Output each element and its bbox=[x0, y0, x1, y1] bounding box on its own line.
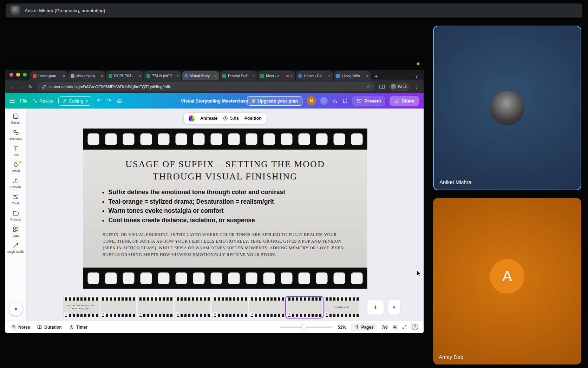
notes-button[interactable]: Notes bbox=[11, 324, 30, 330]
sidebar-item-uploads[interactable]: Uploads bbox=[6, 175, 26, 191]
slide-bullet-list[interactable]: Suffix defines the emotional tone throug… bbox=[109, 188, 348, 225]
resize-button[interactable]: Resize bbox=[32, 98, 53, 104]
page-thumbnail-6[interactable]: 6 bbox=[249, 297, 285, 317]
participant-tile-amey[interactable]: A Amey Deo bbox=[433, 198, 581, 364]
resize-icon bbox=[32, 98, 37, 103]
sidebar-item-brand[interactable]: Brand bbox=[6, 159, 26, 175]
design-title[interactable]: Visual Storytelling Masterclass bbox=[181, 98, 248, 104]
insights-chart-icon[interactable] bbox=[332, 98, 338, 104]
zoom-slider-handle[interactable] bbox=[301, 325, 306, 329]
bookmark-star-icon[interactable]: ☆ bbox=[366, 84, 371, 90]
tab-close-icon[interactable]: × bbox=[253, 74, 255, 78]
back-icon[interactable]: ← bbox=[9, 84, 15, 90]
browser-tab[interactable]: 774 N (NCP × bbox=[144, 71, 181, 80]
tab-search-chevron-icon[interactable]: ∨ bbox=[415, 74, 421, 80]
upgrade-plan-button[interactable]: ♛ Upgrade your plan bbox=[247, 96, 303, 106]
tab-close-icon[interactable]: × bbox=[366, 74, 368, 78]
side-panel-icon[interactable] bbox=[379, 84, 385, 90]
page-thumbnail-1[interactable]: VISUAL STORYTELLING MASTERCLASS 1 bbox=[63, 297, 99, 317]
design-icon bbox=[12, 113, 19, 120]
new-tab-button[interactable]: + bbox=[372, 71, 381, 80]
canva-editor-body: Design Elements Text Brand bbox=[5, 109, 424, 321]
color-picker-icon[interactable] bbox=[189, 116, 195, 121]
maximize-window-button[interactable] bbox=[23, 73, 27, 77]
browser-tab[interactable]: Prompt Suff × bbox=[220, 71, 257, 80]
comments-icon[interactable] bbox=[342, 98, 348, 104]
present-button[interactable]: Present bbox=[352, 96, 385, 106]
browser-toolbar: ← → ↻ canva.com/design/DAGrcOE008I/iRYWR… bbox=[5, 80, 424, 93]
add-page-button[interactable]: + bbox=[367, 300, 384, 315]
brand-icon bbox=[12, 161, 19, 168]
browser-tab[interactable]: Living With × bbox=[334, 71, 371, 80]
browser-tab[interactable]: Meet - n × bbox=[258, 71, 295, 80]
timing-duration-button[interactable]: 5.0s bbox=[223, 116, 239, 121]
zoom-level: 52% bbox=[338, 325, 346, 330]
site-settings-icon[interactable] bbox=[41, 85, 47, 89]
page-thumbnail-3[interactable]: 3 bbox=[138, 297, 173, 317]
tab-close-icon[interactable]: × bbox=[63, 74, 65, 78]
participant-avatar-initial: A bbox=[490, 259, 524, 294]
sidebar-item-text[interactable]: Text bbox=[6, 143, 26, 159]
user-avatar[interactable]: N bbox=[307, 96, 316, 105]
page-number-badge: 2 bbox=[102, 312, 105, 316]
participant-tile-aniket[interactable]: Aniket Mishra bbox=[433, 26, 581, 190]
file-menu-button[interactable]: File bbox=[20, 98, 27, 104]
tab-close-icon[interactable]: × bbox=[215, 74, 217, 78]
tab-close-icon[interactable]: × bbox=[290, 74, 293, 78]
browser-tab[interactable]: RCPI1763 - × bbox=[106, 71, 143, 80]
forward-icon[interactable]: → bbox=[19, 84, 24, 90]
page-thumbnail-5[interactable]: 5 bbox=[212, 297, 248, 317]
position-button[interactable]: Position bbox=[244, 116, 262, 121]
collapse-thumbnails-button[interactable]: ∨ bbox=[388, 300, 400, 315]
page-thumbnail-4[interactable]: 4 bbox=[175, 297, 210, 317]
browser-tab[interactable]: ! core-grou × bbox=[30, 71, 67, 80]
fullscreen-icon[interactable] bbox=[402, 324, 407, 330]
mouse-cursor bbox=[416, 270, 422, 277]
canva-icon bbox=[298, 74, 302, 78]
close-window-button[interactable] bbox=[9, 73, 13, 77]
browser-tab-active[interactable]: Visual Story × bbox=[182, 71, 219, 80]
presenter-banner-text: Aniket Mishra (Presenting, annotating) bbox=[25, 8, 105, 13]
tab-close-icon[interactable]: × bbox=[139, 74, 141, 78]
grid-view-icon[interactable]: ⊞ bbox=[392, 324, 397, 330]
sheets-icon bbox=[146, 74, 150, 78]
slide-body-text[interactable]: SUFFIX–OR VISUAL FINISHING–IS THE LAYER … bbox=[103, 231, 345, 258]
sidebar-item-design[interactable]: Design bbox=[6, 111, 26, 127]
sidebar-item-projects[interactable]: Projects bbox=[6, 208, 26, 224]
page-thumbnail-7-selected[interactable]: 7 bbox=[287, 297, 322, 317]
browser-tab[interactable]: about:blank × bbox=[68, 71, 105, 80]
page-thumbnail-2[interactable]: 2 bbox=[100, 297, 136, 317]
refresh-icon[interactable]: ↻ bbox=[28, 84, 33, 90]
undo-button[interactable]: ↶ bbox=[97, 98, 102, 104]
slide-title[interactable]: USAGE OF SUFFIX – SETTING THE MOOD THROU… bbox=[103, 158, 348, 183]
help-button[interactable]: ? bbox=[412, 324, 418, 330]
sidebar-item-elements[interactable]: Elements bbox=[6, 127, 26, 143]
share-button[interactable]: Share bbox=[390, 96, 419, 106]
sidebar-item-magic-media[interactable]: Magic Media bbox=[6, 240, 26, 256]
sidebar-item-tools[interactable]: Tools bbox=[6, 191, 26, 208]
animate-button[interactable]: Animate bbox=[200, 116, 217, 121]
duration-button[interactable]: Duration bbox=[37, 324, 61, 330]
uploads-icon bbox=[12, 177, 19, 184]
editing-mode-dropdown[interactable]: Editing ∨ bbox=[58, 96, 92, 106]
menu-hamburger-icon[interactable] bbox=[9, 99, 15, 103]
zoom-slider[interactable] bbox=[280, 327, 333, 328]
notification-dot bbox=[417, 63, 419, 65]
pages-view-button[interactable]: Pages bbox=[351, 323, 377, 331]
tab-close-icon[interactable]: × bbox=[328, 74, 331, 78]
invite-member-button[interactable]: + bbox=[320, 97, 328, 105]
slide-page-7[interactable]: USAGE OF SUFFIX – SETTING THE MOOD THROU… bbox=[83, 129, 367, 289]
browser-tab[interactable]: Home - Ca × bbox=[296, 71, 333, 80]
browser-menu-kebab-icon[interactable]: ⋮ bbox=[414, 84, 419, 90]
tab-close-icon[interactable]: × bbox=[177, 74, 179, 78]
timer-button[interactable]: Timer bbox=[69, 324, 87, 330]
url-text[interactable]: canva.com/design/DAGrcOE008I/iRYWRdbfVg6… bbox=[50, 85, 364, 89]
canva-assistant-button[interactable]: ✦ bbox=[9, 302, 22, 316]
minimize-window-button[interactable] bbox=[16, 73, 20, 77]
address-bar[interactable]: canva.com/design/DAGrcOE008I/iRYWRdbfVg6… bbox=[37, 82, 375, 91]
sidebar-item-apps[interactable]: Apps bbox=[6, 224, 26, 240]
page-thumbnail-8[interactable]: THANK YOU 8 bbox=[324, 297, 359, 317]
redo-button[interactable]: ↷ bbox=[106, 98, 111, 104]
browser-profile-button[interactable]: Work bbox=[389, 83, 410, 91]
tab-close-icon[interactable]: × bbox=[101, 74, 103, 78]
